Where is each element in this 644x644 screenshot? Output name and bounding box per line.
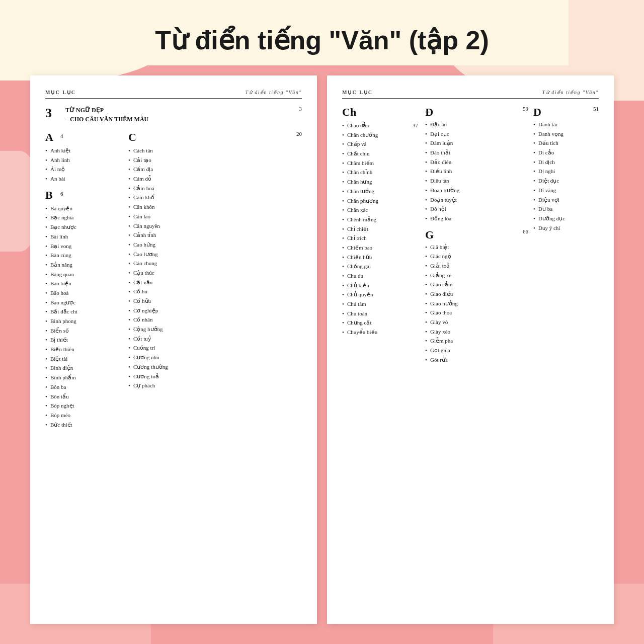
list-item: Chú tâm xyxy=(342,299,420,309)
intro-section: 3 TỪ NGỮ ĐẸP– CHO CÂU VĂN THÊM MÀU 3 xyxy=(45,106,302,124)
list-item: Bài lĩnh xyxy=(45,232,123,242)
list-item: Giao cảm xyxy=(425,280,528,289)
list-item: Chỉ trích xyxy=(342,233,420,243)
list-item: Cố hữu xyxy=(128,296,302,306)
list-item: Đoạn tuyệt xyxy=(425,195,528,205)
ch-label: Ch xyxy=(342,106,356,119)
list-item: Điêu tàn xyxy=(425,176,528,186)
list-item: Cố hú xyxy=(128,287,302,296)
list-item: Cương thường xyxy=(128,362,302,372)
list-item: Giao hưởng xyxy=(425,299,528,308)
list-item: Bại vong xyxy=(45,242,123,251)
list-item: Diệu vợi xyxy=(533,195,599,205)
ch-section: Ch Chao đảo 37 Chân chướng Chấp vá Chất … xyxy=(342,106,420,365)
list-item: Bình diện xyxy=(45,363,123,373)
list-item: Bất đắc chí xyxy=(45,307,123,316)
list-item: Danh tác xyxy=(533,120,599,129)
list-item: Anh kiệt xyxy=(45,146,123,155)
g-page: 66 xyxy=(523,228,528,242)
list-item: Chủ kiến xyxy=(342,281,420,290)
list-item: Giải toả xyxy=(425,261,528,271)
list-item: Đồng lõa xyxy=(425,214,528,223)
list-item: Chu toàn xyxy=(342,309,420,318)
list-item: Bị thiết xyxy=(45,335,123,345)
intro-number: 3 xyxy=(45,106,60,124)
list-item: Đô hội xyxy=(425,204,528,214)
list-item: Cậu thúc xyxy=(128,268,302,278)
letter-b-label: B xyxy=(45,189,56,202)
list-item: Binh phong xyxy=(45,316,123,326)
list-item: Cương toả xyxy=(128,372,302,381)
letter-a-header: A 4 xyxy=(45,131,123,144)
list-item: Giễm pha xyxy=(425,336,528,346)
list-item: Cách tân xyxy=(128,146,302,155)
letter-b-header: B 6 xyxy=(45,189,123,202)
list-item: Cơ nghiệp xyxy=(128,306,302,315)
left-page: MỤC LỤC Từ điển tiếng "Văn" 3 TỪ NGỮ ĐẸP… xyxy=(30,75,317,624)
list-item: Gót rửa xyxy=(425,355,528,365)
list-item: Bôn tẩu xyxy=(45,392,123,401)
right-content: Ch Chao đảo 37 Chân chướng Chấp vá Chất … xyxy=(342,106,599,365)
list-item: Đảo điên xyxy=(425,157,528,167)
list-item: Đại cục xyxy=(425,129,528,139)
list-item: Cao lương xyxy=(128,250,302,259)
page-title: Từ điển tiếng "Văn" (tập 2) xyxy=(155,25,489,55)
list-item: Chân tướng xyxy=(342,187,420,196)
list-item: Cự phách xyxy=(128,381,302,390)
list-item: Duy ý chí xyxy=(533,223,599,233)
list-item: Anh linh xyxy=(45,155,123,165)
list-item: Cốt tuỷ xyxy=(128,334,302,344)
list-item: Đặc ân xyxy=(425,120,528,129)
list-item: Cộng hưởng xyxy=(128,325,302,334)
list-item: Bao ngược xyxy=(45,298,123,307)
right-sub-column: C 20 Cách tânCải tạoCấm địaCám dỗCảm hoá… xyxy=(128,131,302,429)
list-item: Chống gai xyxy=(342,262,420,271)
list-item: Cáo chung xyxy=(128,259,302,268)
list-item: Cật vấn xyxy=(128,278,302,287)
list-item: Bao biện xyxy=(45,279,123,288)
list-item: Cao hứng xyxy=(128,240,302,250)
right-page-header: MỤC LỤC Từ điển tiếng "Văn" xyxy=(342,90,599,99)
list-item: Cảnh tỉnh xyxy=(128,230,302,240)
list-item: Chao đảo 37 xyxy=(342,121,420,130)
list-item: Căn khôn xyxy=(128,202,302,212)
main-container: Từ điển tiếng "Văn" (tập 2) MỤC LỤC Từ đ… xyxy=(0,0,644,644)
list-item: Di cảo xyxy=(533,148,599,157)
list-item: An bài xyxy=(45,174,123,184)
list-item: Di dịch xyxy=(533,157,599,167)
list-item: Bá quyền xyxy=(45,204,123,213)
letter-c-label: C xyxy=(128,131,136,144)
list-item: Cấm địa xyxy=(128,165,302,174)
list-item: Giao thoa xyxy=(425,308,528,317)
list-item: Dưỡng dục xyxy=(533,214,599,223)
list-item: Chân chỉnh xyxy=(342,168,420,177)
list-item: Giác ngộ xyxy=(425,252,528,261)
list-item: Bàng quan xyxy=(45,270,123,279)
list-item: Chiến hữu xyxy=(342,253,420,262)
left-sub-column: A 4 Anh kiệtAnh linhÁi mộAn bài B 6 Bá q… xyxy=(45,131,123,429)
left-header-title: Từ điển tiếng "Văn" xyxy=(246,90,302,95)
d-upper-section: Đ 59 Đặc ân Đại cục Đàm luận Đào thải Đả… xyxy=(425,106,528,223)
list-item: Cám dỗ xyxy=(128,174,302,184)
intro-page-num: 3 xyxy=(299,106,302,124)
list-item: Châm biếm xyxy=(342,158,420,168)
list-item: Điều linh xyxy=(425,167,528,176)
letter-c-header: C 20 xyxy=(128,131,302,144)
d-page: 51 xyxy=(593,106,599,119)
list-item: Dư ba xyxy=(533,204,599,214)
letter-b-page: 6 xyxy=(60,189,63,197)
list-item: Ái mộ xyxy=(45,165,123,174)
list-item: Chiếm bao xyxy=(342,243,420,253)
list-item: Biệt tài xyxy=(45,354,123,364)
list-item: Dĩ vãng xyxy=(533,186,599,195)
list-item: Căn lao xyxy=(128,212,302,221)
list-item: Danh vọng xyxy=(533,129,599,139)
letter-columns: A 4 Anh kiệtAnh linhÁi mộAn bài B 6 Bá q… xyxy=(45,131,302,429)
right-header-muc-luc: MỤC LỤC xyxy=(342,90,373,95)
list-item: Bình phẩm xyxy=(45,373,123,382)
list-item: Gọt giũa xyxy=(425,346,528,355)
list-item: Giày xéo xyxy=(425,327,528,337)
list-item: Bản năng xyxy=(45,260,123,270)
list-item: Cố nhân xyxy=(128,315,302,325)
letter-c-page: 20 xyxy=(296,131,302,137)
